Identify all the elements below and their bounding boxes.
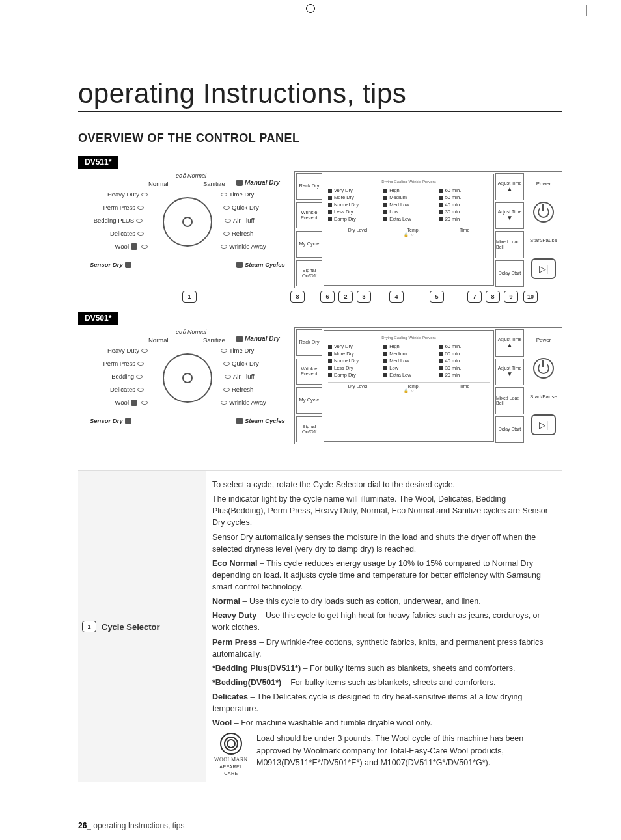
sensor-dry-icon (125, 418, 131, 424)
model-label: DV501* (78, 312, 118, 325)
page-footer: 26_ operating Instructions, tips (78, 821, 562, 830)
steam-icon (236, 262, 243, 268)
panel-dv511: DV511* ecȏ Normal Normal Sanitize Manual… (78, 156, 562, 303)
cycle-selector-description: 1 Cycle Selector To select a cycle, rota… (78, 470, 562, 782)
wool-note-text: Load should be under 3 pounds. The Wool … (256, 733, 556, 768)
down-arrow-icon: ▼ (506, 215, 513, 221)
wrinkle-prevent-button[interactable]: Wrinkle Prevent (296, 202, 322, 229)
steam-icon (236, 418, 243, 424)
child-lock-icon: 🔒 (404, 232, 408, 237)
woolmark-icon (220, 733, 242, 755)
start-pause-button[interactable]: ▷| (531, 414, 556, 435)
adjust-time-up-button[interactable]: Adjust Time▲ (495, 173, 524, 200)
cycle-dial: ecȏ Normal Normal Sanitize Manual Dry He… (78, 327, 286, 444)
adjust-time-up-button[interactable]: Adjust Time▲ (495, 329, 524, 357)
model-label: DV511* (78, 156, 118, 169)
adjust-time-down-button[interactable]: Adjust Time▼ (495, 359, 524, 386)
callout-row: 1 8 6 2 3 4 5 7 8 9 10 (78, 291, 562, 303)
power-button[interactable] (533, 202, 554, 223)
cycle-dial: ecȏ Normal Normal Sanitize Manual Dry He… (78, 171, 286, 288)
desc-title: Cycle Selector (102, 622, 160, 632)
steam-icon (236, 180, 243, 186)
steam-icon (236, 336, 243, 342)
adjust-time-down-button[interactable]: Adjust Time▼ (495, 202, 524, 230)
mixed-load-bell-button[interactable]: Mixed Load Bell (495, 387, 524, 414)
signal-button[interactable]: Signal On/Off (296, 260, 322, 287)
rack-dry-button[interactable]: Rack Dry (296, 329, 322, 356)
wool-icon (131, 400, 137, 406)
child-lock-icon: 🔒 (404, 388, 408, 393)
crop-mark (34, 5, 45, 16)
display-panel: Rack Dry Wrinkle Prevent My Cycle Signal… (294, 327, 562, 444)
my-cycle-button[interactable]: My Cycle (296, 387, 322, 414)
display-screen: Drying Cooling Wrinkle Prevent Very Dry … (324, 174, 494, 286)
sensor-dry-icon (125, 262, 131, 268)
crop-mark (576, 5, 587, 16)
down-arrow-icon: ▼ (506, 371, 513, 377)
panel-dv501: DV501* ecȏ Normal Normal Sanitize Manual… (78, 312, 562, 444)
callout-1: 1 (82, 621, 96, 632)
registration-mark (306, 4, 315, 13)
signal-button[interactable]: Signal On/Off (296, 416, 322, 443)
mixed-load-bell-button[interactable]: Mixed Load Bell (495, 231, 524, 258)
delay-start-button[interactable]: Delay Start (495, 260, 524, 288)
wool-icon (131, 243, 137, 250)
start-pause-button[interactable]: ▷| (531, 258, 556, 279)
wrinkle-prevent-button[interactable]: Wrinkle Prevent (296, 359, 322, 385)
delay-start-button[interactable]: Delay Start (495, 416, 524, 444)
light-icon: ☼ (411, 232, 415, 237)
chapter-title: operating Instructions, tips (78, 78, 562, 112)
section-title: OVERVIEW OF THE CONTROL PANEL (78, 131, 562, 145)
my-cycle-button[interactable]: My Cycle (296, 231, 322, 258)
up-arrow-icon: ▲ (506, 342, 513, 349)
power-button[interactable] (533, 358, 554, 379)
display-screen: Drying Cooling Wrinkle Prevent Very Dry … (324, 330, 494, 442)
woolmark-badge: WOOLMARK APPAREL CARE (212, 733, 250, 777)
rack-dry-button[interactable]: Rack Dry (296, 173, 322, 200)
up-arrow-icon: ▲ (506, 186, 513, 193)
display-panel: Rack Dry Wrinkle Prevent My Cycle Signal… (294, 171, 562, 288)
light-icon: ☼ (411, 388, 415, 393)
